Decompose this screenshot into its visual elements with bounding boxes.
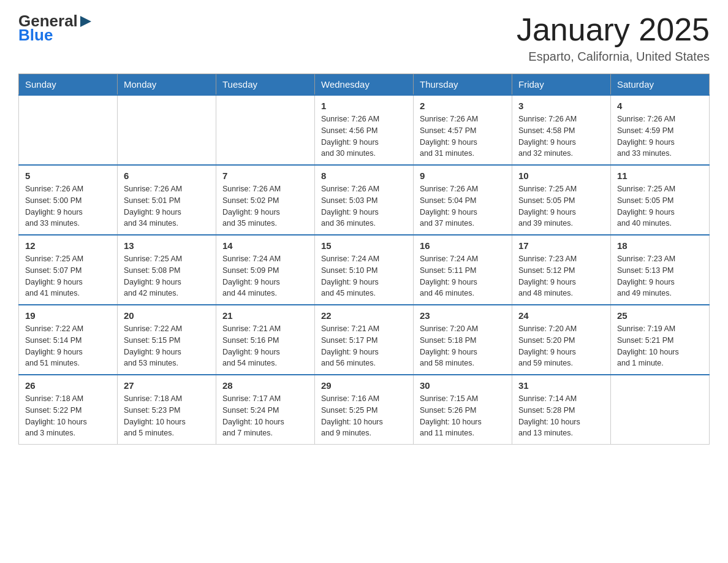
day-info: Sunrise: 7:23 AM Sunset: 5:13 PM Dayligh… xyxy=(617,253,703,299)
weekday-header-saturday: Saturday xyxy=(611,74,710,96)
day-info: Sunrise: 7:26 AM Sunset: 5:03 PM Dayligh… xyxy=(321,183,407,229)
title-area: January 2025 Esparto, California, United… xyxy=(517,12,710,64)
calendar-cell: 26Sunrise: 7:18 AM Sunset: 5:22 PM Dayli… xyxy=(19,375,118,445)
calendar-cell: 21Sunrise: 7:21 AM Sunset: 5:16 PM Dayli… xyxy=(216,305,315,375)
day-number: 3 xyxy=(518,101,604,111)
day-number: 26 xyxy=(25,380,111,391)
calendar-cell: 14Sunrise: 7:24 AM Sunset: 5:09 PM Dayli… xyxy=(216,235,315,305)
calendar-cell: 30Sunrise: 7:15 AM Sunset: 5:26 PM Dayli… xyxy=(414,375,512,445)
day-number: 12 xyxy=(25,240,111,251)
day-number: 17 xyxy=(518,240,604,251)
day-number: 1 xyxy=(321,101,407,111)
day-info: Sunrise: 7:25 AM Sunset: 5:05 PM Dayligh… xyxy=(518,183,604,229)
day-info: Sunrise: 7:20 AM Sunset: 5:18 PM Dayligh… xyxy=(420,323,506,369)
week-row-5: 26Sunrise: 7:18 AM Sunset: 5:22 PM Dayli… xyxy=(19,375,710,445)
day-info: Sunrise: 7:21 AM Sunset: 5:16 PM Dayligh… xyxy=(222,323,308,369)
day-info: Sunrise: 7:26 AM Sunset: 4:56 PM Dayligh… xyxy=(321,113,407,159)
calendar-cell: 16Sunrise: 7:24 AM Sunset: 5:11 PM Dayli… xyxy=(414,235,512,305)
calendar-cell: 24Sunrise: 7:20 AM Sunset: 5:20 PM Dayli… xyxy=(512,305,611,375)
day-number: 22 xyxy=(321,310,407,321)
weekday-header-tuesday: Tuesday xyxy=(216,74,315,96)
calendar-cell: 18Sunrise: 7:23 AM Sunset: 5:13 PM Dayli… xyxy=(611,235,710,305)
day-number: 16 xyxy=(420,240,506,251)
calendar-cell: 29Sunrise: 7:16 AM Sunset: 5:25 PM Dayli… xyxy=(315,375,414,445)
day-number: 5 xyxy=(25,170,111,181)
calendar-cell xyxy=(611,375,710,445)
day-number: 23 xyxy=(420,310,506,321)
week-row-2: 5Sunrise: 7:26 AM Sunset: 5:00 PM Daylig… xyxy=(19,165,710,235)
day-number: 25 xyxy=(617,310,703,321)
calendar-cell: 10Sunrise: 7:25 AM Sunset: 5:05 PM Dayli… xyxy=(512,165,611,235)
day-info: Sunrise: 7:19 AM Sunset: 5:21 PM Dayligh… xyxy=(617,323,703,369)
day-info: Sunrise: 7:26 AM Sunset: 5:02 PM Dayligh… xyxy=(222,183,308,229)
day-number: 7 xyxy=(222,170,308,181)
day-info: Sunrise: 7:23 AM Sunset: 5:12 PM Dayligh… xyxy=(518,253,604,299)
day-info: Sunrise: 7:22 AM Sunset: 5:15 PM Dayligh… xyxy=(124,323,210,369)
week-row-1: 1Sunrise: 7:26 AM Sunset: 4:56 PM Daylig… xyxy=(19,95,710,165)
logo-text-blue: Blue xyxy=(18,26,93,44)
day-info: Sunrise: 7:26 AM Sunset: 5:04 PM Dayligh… xyxy=(420,183,506,229)
page-title: January 2025 xyxy=(517,12,710,47)
day-info: Sunrise: 7:16 AM Sunset: 5:25 PM Dayligh… xyxy=(321,393,407,439)
calendar-cell xyxy=(118,95,216,165)
day-info: Sunrise: 7:24 AM Sunset: 5:11 PM Dayligh… xyxy=(420,253,506,299)
day-info: Sunrise: 7:18 AM Sunset: 5:23 PM Dayligh… xyxy=(124,393,210,439)
day-info: Sunrise: 7:24 AM Sunset: 5:09 PM Dayligh… xyxy=(222,253,308,299)
day-info: Sunrise: 7:26 AM Sunset: 4:59 PM Dayligh… xyxy=(617,113,703,159)
day-number: 4 xyxy=(617,101,703,111)
week-row-4: 19Sunrise: 7:22 AM Sunset: 5:14 PM Dayli… xyxy=(19,305,710,375)
day-number: 28 xyxy=(222,380,308,391)
day-number: 29 xyxy=(321,380,407,391)
calendar-cell: 8Sunrise: 7:26 AM Sunset: 5:03 PM Daylig… xyxy=(315,165,414,235)
calendar-cell: 22Sunrise: 7:21 AM Sunset: 5:17 PM Dayli… xyxy=(315,305,414,375)
calendar-cell: 23Sunrise: 7:20 AM Sunset: 5:18 PM Dayli… xyxy=(414,305,512,375)
day-number: 24 xyxy=(518,310,604,321)
day-number: 19 xyxy=(25,310,111,321)
page-header: General Blue January 2025 Esparto, Calif… xyxy=(18,12,710,64)
logo: General Blue xyxy=(18,12,93,44)
calendar-cell: 27Sunrise: 7:18 AM Sunset: 5:23 PM Dayli… xyxy=(118,375,216,445)
day-info: Sunrise: 7:26 AM Sunset: 4:57 PM Dayligh… xyxy=(420,113,506,159)
calendar-cell: 9Sunrise: 7:26 AM Sunset: 5:04 PM Daylig… xyxy=(414,165,512,235)
day-info: Sunrise: 7:25 AM Sunset: 5:05 PM Dayligh… xyxy=(617,183,703,229)
day-info: Sunrise: 7:24 AM Sunset: 5:10 PM Dayligh… xyxy=(321,253,407,299)
calendar-cell: 1Sunrise: 7:26 AM Sunset: 4:56 PM Daylig… xyxy=(315,95,414,165)
weekday-header-monday: Monday xyxy=(118,74,216,96)
day-number: 18 xyxy=(617,240,703,251)
day-number: 30 xyxy=(420,380,506,391)
day-info: Sunrise: 7:18 AM Sunset: 5:22 PM Dayligh… xyxy=(25,393,111,439)
weekday-header-friday: Friday xyxy=(512,74,611,96)
calendar-cell: 15Sunrise: 7:24 AM Sunset: 5:10 PM Dayli… xyxy=(315,235,414,305)
calendar-cell: 4Sunrise: 7:26 AM Sunset: 4:59 PM Daylig… xyxy=(611,95,710,165)
day-number: 13 xyxy=(124,240,210,251)
weekday-header-sunday: Sunday xyxy=(19,74,118,96)
day-number: 11 xyxy=(617,170,703,181)
calendar-cell: 6Sunrise: 7:26 AM Sunset: 5:01 PM Daylig… xyxy=(118,165,216,235)
calendar-cell: 28Sunrise: 7:17 AM Sunset: 5:24 PM Dayli… xyxy=(216,375,315,445)
day-number: 9 xyxy=(420,170,506,181)
calendar-cell xyxy=(19,95,118,165)
page-subtitle: Esparto, California, United States xyxy=(517,50,710,64)
calendar-cell: 5Sunrise: 7:26 AM Sunset: 5:00 PM Daylig… xyxy=(19,165,118,235)
calendar-cell: 25Sunrise: 7:19 AM Sunset: 5:21 PM Dayli… xyxy=(611,305,710,375)
calendar-cell: 19Sunrise: 7:22 AM Sunset: 5:14 PM Dayli… xyxy=(19,305,118,375)
calendar-cell: 20Sunrise: 7:22 AM Sunset: 5:15 PM Dayli… xyxy=(118,305,216,375)
day-info: Sunrise: 7:17 AM Sunset: 5:24 PM Dayligh… xyxy=(222,393,308,439)
day-number: 6 xyxy=(124,170,210,181)
day-number: 15 xyxy=(321,240,407,251)
weekday-header-thursday: Thursday xyxy=(414,74,512,96)
svg-marker-0 xyxy=(80,16,91,27)
calendar-cell: 17Sunrise: 7:23 AM Sunset: 5:12 PM Dayli… xyxy=(512,235,611,305)
week-row-3: 12Sunrise: 7:25 AM Sunset: 5:07 PM Dayli… xyxy=(19,235,710,305)
calendar-cell: 31Sunrise: 7:14 AM Sunset: 5:28 PM Dayli… xyxy=(512,375,611,445)
calendar-cell: 3Sunrise: 7:26 AM Sunset: 4:58 PM Daylig… xyxy=(512,95,611,165)
day-number: 31 xyxy=(518,380,604,391)
weekday-header-wednesday: Wednesday xyxy=(315,74,414,96)
day-info: Sunrise: 7:25 AM Sunset: 5:08 PM Dayligh… xyxy=(124,253,210,299)
day-info: Sunrise: 7:21 AM Sunset: 5:17 PM Dayligh… xyxy=(321,323,407,369)
day-info: Sunrise: 7:22 AM Sunset: 5:14 PM Dayligh… xyxy=(25,323,111,369)
day-number: 14 xyxy=(222,240,308,251)
calendar-table: SundayMondayTuesdayWednesdayThursdayFrid… xyxy=(18,74,710,445)
calendar-cell: 13Sunrise: 7:25 AM Sunset: 5:08 PM Dayli… xyxy=(118,235,216,305)
day-info: Sunrise: 7:14 AM Sunset: 5:28 PM Dayligh… xyxy=(518,393,604,439)
